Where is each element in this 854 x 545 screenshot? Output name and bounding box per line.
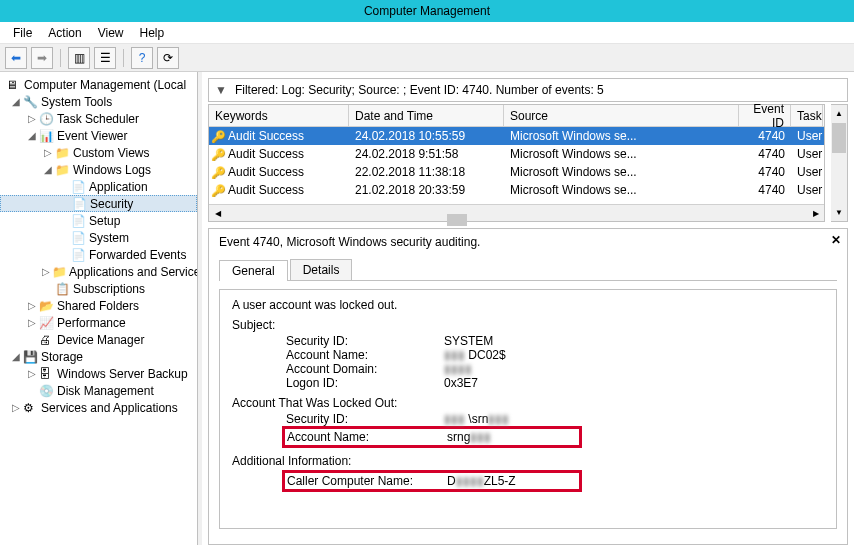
expand-icon[interactable]: ▷ bbox=[26, 300, 37, 311]
event-row[interactable]: 🔑Audit Success 24.02.2018 9:51:58 Micros… bbox=[209, 145, 824, 163]
highlight-caller-computer: Caller Computer Name:D▮▮▮▮ZL5-Z bbox=[282, 470, 582, 492]
filter-bar: ▼ Filtered: Log: Security; Source: ; Eve… bbox=[208, 78, 848, 102]
tree-security-log[interactable]: 📄Security bbox=[0, 195, 197, 212]
storage-icon: 💾 bbox=[23, 350, 39, 364]
event-row[interactable]: 🔑Audit Success 22.02.2018 11:38:18 Micro… bbox=[209, 163, 824, 181]
locked-section-label: Account That Was Locked Out: bbox=[232, 396, 824, 410]
expand-icon[interactable]: ▷ bbox=[26, 368, 37, 379]
tree-task-scheduler[interactable]: ▷🕒Task Scheduler bbox=[0, 110, 197, 127]
performance-icon: 📈 bbox=[39, 316, 55, 330]
navigation-tree[interactable]: 🖥Computer Management (Local ◢🔧System Too… bbox=[0, 72, 198, 545]
tree-root[interactable]: 🖥Computer Management (Local bbox=[0, 76, 197, 93]
show-hide-tree-button[interactable]: ▥ bbox=[68, 47, 90, 69]
event-grid[interactable]: Keywords Date and Time Source Event ID T… bbox=[208, 104, 825, 222]
key-icon: 🔑 bbox=[211, 166, 225, 178]
filter-text: Filtered: Log: Security; Source: ; Event… bbox=[235, 83, 604, 97]
tree-device-manager[interactable]: 🖨Device Manager bbox=[0, 331, 197, 348]
tools-icon: 🔧 bbox=[23, 95, 39, 109]
log-icon: 📄 bbox=[71, 214, 87, 228]
col-keywords[interactable]: Keywords bbox=[209, 105, 349, 126]
refresh-button[interactable]: ⟳ bbox=[157, 47, 179, 69]
filter-icon[interactable]: ▼ bbox=[215, 83, 227, 97]
detail-content: A user account was locked out. Subject: … bbox=[219, 289, 837, 529]
grid-body: 🔑Audit Success 24.02.2018 10:55:59 Micro… bbox=[209, 127, 824, 204]
expand-icon[interactable]: ▷ bbox=[42, 266, 50, 277]
tree-disk-management[interactable]: 💿Disk Management bbox=[0, 382, 197, 399]
tree-windows-server-backup[interactable]: ▷🗄Windows Server Backup bbox=[0, 365, 197, 382]
scroll-thumb[interactable] bbox=[447, 214, 467, 226]
computer-icon: 🖥 bbox=[6, 78, 22, 92]
forward-button[interactable]: ➡ bbox=[31, 47, 53, 69]
scroll-up-icon[interactable]: ▲ bbox=[831, 105, 847, 122]
collapse-icon[interactable]: ◢ bbox=[42, 164, 53, 175]
expand-icon[interactable]: ▷ bbox=[26, 317, 37, 328]
menu-file[interactable]: File bbox=[5, 26, 40, 40]
menu-help[interactable]: Help bbox=[132, 26, 173, 40]
services-icon: ⚙ bbox=[23, 401, 39, 415]
menu-action[interactable]: Action bbox=[40, 26, 89, 40]
tree-setup-log[interactable]: 📄Setup bbox=[0, 212, 197, 229]
menu-view[interactable]: View bbox=[90, 26, 132, 40]
collapse-icon[interactable]: ◢ bbox=[26, 130, 37, 141]
key-icon: 🔑 bbox=[211, 184, 225, 196]
logon-id-value: 0x3E7 bbox=[444, 376, 478, 390]
scroll-thumb[interactable] bbox=[832, 123, 846, 153]
scroll-left-icon[interactable]: ◀ bbox=[209, 209, 226, 218]
tree-shared-folders[interactable]: ▷📂Shared Folders bbox=[0, 297, 197, 314]
back-button[interactable]: ⬅ bbox=[5, 47, 27, 69]
tree-custom-views[interactable]: ▷📁Custom Views bbox=[0, 144, 197, 161]
tree-system-tools[interactable]: ◢🔧System Tools bbox=[0, 93, 197, 110]
tree-application-log[interactable]: 📄Application bbox=[0, 178, 197, 195]
tree-event-viewer[interactable]: ◢📊Event Viewer bbox=[0, 127, 197, 144]
forward-arrow-icon: ➡ bbox=[37, 51, 47, 65]
menu-bar: File Action View Help bbox=[0, 22, 854, 44]
properties-button[interactable]: ☰ bbox=[94, 47, 116, 69]
col-datetime[interactable]: Date and Time bbox=[349, 105, 504, 126]
event-viewer-icon: 📊 bbox=[39, 129, 55, 143]
scroll-down-icon[interactable]: ▼ bbox=[831, 204, 847, 221]
caller-computer-label: Caller Computer Name: bbox=[287, 474, 447, 488]
account-domain-value: ▮▮▮▮ bbox=[444, 362, 472, 376]
tree-forwarded-events[interactable]: 📄Forwarded Events bbox=[0, 246, 197, 263]
folder-icon: 📁 bbox=[55, 163, 71, 177]
tree-services-applications[interactable]: ▷⚙Services and Applications bbox=[0, 399, 197, 416]
expand-icon[interactable]: ▷ bbox=[42, 147, 53, 158]
tab-details[interactable]: Details bbox=[290, 259, 353, 280]
horizontal-scrollbar[interactable]: ◀ ▶ bbox=[209, 204, 824, 221]
vertical-scrollbar[interactable]: ▲ ▼ bbox=[831, 104, 848, 222]
col-task[interactable]: Task bbox=[791, 105, 823, 126]
window-title: Computer Management bbox=[364, 4, 490, 18]
grid-header: Keywords Date and Time Source Event ID T… bbox=[209, 105, 824, 127]
tree-windows-logs[interactable]: ◢📁Windows Logs bbox=[0, 161, 197, 178]
logon-id-label: Logon ID: bbox=[286, 376, 444, 390]
col-event-id[interactable]: Event ID bbox=[739, 105, 791, 126]
tree-storage[interactable]: ◢💾Storage bbox=[0, 348, 197, 365]
tree-apps-services-logs[interactable]: ▷📁Applications and Services Logs bbox=[0, 263, 197, 280]
event-row[interactable]: 🔑Audit Success 21.02.2018 20:33:59 Micro… bbox=[209, 181, 824, 199]
tab-general[interactable]: General bbox=[219, 260, 288, 281]
locked-account-name-value: srng▮▮▮ bbox=[447, 430, 491, 444]
event-detail-pane: ✕ Event 4740, Microsoft Windows security… bbox=[208, 228, 848, 545]
tree-system-log[interactable]: 📄System bbox=[0, 229, 197, 246]
collapse-icon[interactable]: ◢ bbox=[10, 351, 21, 362]
highlight-account-name: Account Name:srng▮▮▮ bbox=[282, 426, 582, 448]
tree-subscriptions[interactable]: 📋Subscriptions bbox=[0, 280, 197, 297]
additional-section-label: Additional Information: bbox=[232, 454, 824, 468]
properties-icon: ☰ bbox=[100, 51, 111, 65]
close-button[interactable]: ✕ bbox=[831, 233, 841, 247]
scroll-right-icon[interactable]: ▶ bbox=[807, 209, 824, 218]
security-id-label: Security ID: bbox=[286, 334, 444, 348]
col-source[interactable]: Source bbox=[504, 105, 739, 126]
collapse-icon[interactable]: ◢ bbox=[10, 96, 21, 107]
tree-performance[interactable]: ▷📈Performance bbox=[0, 314, 197, 331]
expand-icon[interactable]: ▷ bbox=[10, 402, 21, 413]
event-row[interactable]: 🔑Audit Success 24.02.2018 10:55:59 Micro… bbox=[209, 127, 824, 145]
help-button[interactable]: ? bbox=[131, 47, 153, 69]
account-domain-label: Account Domain: bbox=[286, 362, 444, 376]
security-id-value: SYSTEM bbox=[444, 334, 493, 348]
expand-icon[interactable]: ▷ bbox=[26, 113, 37, 124]
log-icon: 📄 bbox=[71, 180, 87, 194]
caller-computer-value: D▮▮▮▮ZL5-Z bbox=[447, 474, 516, 488]
window-titlebar: Computer Management bbox=[0, 0, 854, 22]
tree-pane-icon: ▥ bbox=[74, 51, 85, 65]
